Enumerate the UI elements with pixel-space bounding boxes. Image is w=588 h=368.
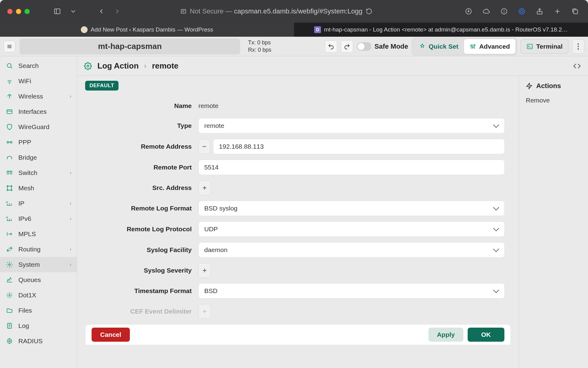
safe-mode-toggle[interactable] bbox=[357, 42, 371, 51]
advanced-label: Advanced bbox=[479, 43, 510, 50]
close-window-button[interactable] bbox=[7, 9, 13, 14]
antenna-icon bbox=[6, 93, 13, 100]
apply-button[interactable]: Apply bbox=[428, 328, 463, 342]
new-tab-icon[interactable] bbox=[552, 6, 563, 17]
mesh-icon bbox=[6, 185, 13, 191]
cancel-button[interactable]: Cancel bbox=[92, 328, 130, 342]
svg-point-9 bbox=[519, 9, 525, 14]
sidebar-item-label: RADIUS bbox=[18, 337, 43, 345]
sidebar-item-bridge[interactable]: Bridge bbox=[0, 150, 77, 165]
advanced-button[interactable]: Advanced bbox=[464, 39, 515, 54]
sidebar-item-files[interactable]: Files bbox=[0, 303, 77, 318]
sidebar-item-radius[interactable]: RADIUS bbox=[0, 333, 77, 349]
privacy-report-icon[interactable] bbox=[499, 6, 510, 17]
tab-overview-dropdown-icon[interactable] bbox=[68, 6, 79, 17]
menu-toggle-button[interactable] bbox=[4, 41, 15, 52]
browser-tab-routeros[interactable]: D mt-hap-capsman - Log Action <remote> a… bbox=[294, 23, 588, 37]
traffic-stats: Tx: 0 bps Rx: 0 bps bbox=[248, 39, 271, 54]
more-menu-button[interactable] bbox=[572, 39, 584, 54]
remove-action[interactable]: Remove bbox=[526, 97, 581, 104]
ok-button[interactable]: OK bbox=[468, 328, 504, 342]
sidebar-item-interfaces[interactable]: Interfaces bbox=[0, 104, 77, 119]
type-select[interactable]: remote bbox=[198, 118, 505, 133]
sidebar-item-switch[interactable]: Switch› bbox=[0, 165, 77, 180]
remote-log-format-select[interactable]: BSD syslog bbox=[198, 201, 505, 216]
add-syslog-severity-button[interactable]: + bbox=[198, 263, 211, 278]
safe-mode-label: Safe Mode bbox=[375, 43, 408, 50]
forward-button[interactable] bbox=[112, 6, 123, 17]
sidebar-item-label: Switch bbox=[18, 169, 37, 177]
actions-title: Actions bbox=[536, 82, 561, 90]
svg-point-28 bbox=[578, 48, 579, 49]
breadcrumb-main[interactable]: Log Action bbox=[97, 61, 139, 71]
remove-address-button[interactable]: − bbox=[198, 139, 210, 154]
sidebar-item-label: Log bbox=[18, 322, 29, 329]
code-view-icon[interactable] bbox=[573, 62, 581, 70]
extension-icon[interactable] bbox=[516, 6, 527, 17]
ip-icon: v4 bbox=[6, 200, 13, 206]
sidebar-item-log[interactable]: Log bbox=[0, 318, 77, 333]
remote-port-label: Remote Port bbox=[85, 164, 198, 171]
sidebar-item-routing[interactable]: Routing› bbox=[0, 242, 77, 257]
device-identity[interactable]: mt-hap-capsman bbox=[20, 39, 240, 54]
svg-text:v6: v6 bbox=[6, 216, 8, 218]
routing-icon bbox=[6, 246, 13, 253]
actions-panel: Actions Remove bbox=[519, 76, 588, 368]
svg-point-46 bbox=[11, 190, 12, 191]
chevron-right-icon: › bbox=[70, 216, 71, 221]
svg-point-63 bbox=[7, 339, 12, 344]
svg-rect-24 bbox=[527, 44, 533, 49]
browser-tab-wordpress[interactable]: Add New Post ‹ Kaspars Dambis — WordPres… bbox=[0, 23, 294, 37]
shield-icon bbox=[6, 124, 13, 130]
sidebar-item-system[interactable]: System› bbox=[0, 257, 77, 272]
sidebar-item-ip[interactable]: v4IP› bbox=[0, 196, 77, 211]
sidebar-item-mpls[interactable]: MPLS bbox=[0, 226, 77, 242]
sidebar-item-wireless[interactable]: Wireless› bbox=[0, 89, 77, 104]
tabs-overview-icon[interactable] bbox=[570, 6, 581, 17]
timestamp-format-select[interactable]: BSD bbox=[198, 283, 505, 299]
remote-port-input[interactable]: 5514 bbox=[198, 160, 505, 175]
sidebar-item-wireguard[interactable]: WireGuard bbox=[0, 119, 77, 135]
syslog-facility-select[interactable]: daemon bbox=[198, 242, 505, 258]
wifi-icon bbox=[6, 78, 13, 84]
cloud-icon[interactable] bbox=[481, 6, 492, 17]
back-button[interactable] bbox=[96, 6, 107, 17]
gear-icon bbox=[6, 261, 13, 268]
sidebar-item-ppp[interactable]: PPP bbox=[0, 135, 77, 150]
quick-set-button[interactable]: Quick Set bbox=[413, 39, 464, 54]
svg-marker-67 bbox=[527, 83, 532, 89]
sidebar-item-dot1x[interactable]: Dot1X bbox=[0, 288, 77, 303]
sidebar-item-label: Dot1X bbox=[18, 292, 36, 299]
type-label: Type bbox=[85, 122, 198, 129]
address-bar[interactable]: Not Secure — capsman.e5.damb.is/webfig/#… bbox=[161, 7, 391, 15]
remote-log-protocol-value: UDP bbox=[204, 225, 218, 233]
quick-set-label: Quick Set bbox=[429, 43, 458, 50]
cef-event-delimiter-label: CEF Event Delimiter bbox=[85, 308, 198, 315]
gear-icon bbox=[84, 62, 92, 70]
remote-address-input[interactable]: 192.168.88.113 bbox=[213, 139, 505, 154]
reader-mode-icon[interactable] bbox=[180, 8, 187, 15]
svg-point-21 bbox=[470, 45, 472, 46]
sidebar-item-queues[interactable]: Queues bbox=[0, 272, 77, 288]
sidebar-item-search[interactable]: Search bbox=[0, 58, 77, 73]
redo-button[interactable] bbox=[341, 40, 353, 53]
sidebar-item-ipv6[interactable]: v6IPv6› bbox=[0, 211, 77, 226]
url-text: capsman.e5.damb.is/webfig/#System:Logg bbox=[234, 7, 362, 15]
syslog-facility-label: Syslog Facility bbox=[85, 246, 198, 254]
remote-log-protocol-select[interactable]: UDP bbox=[198, 221, 505, 237]
sidebar-item-mesh[interactable]: Mesh bbox=[0, 180, 77, 196]
undo-button[interactable] bbox=[325, 40, 337, 53]
sidebar-item-wifi[interactable]: WiFi bbox=[0, 73, 77, 89]
share-icon[interactable] bbox=[534, 6, 545, 17]
reload-icon[interactable] bbox=[366, 8, 372, 15]
svg-point-32 bbox=[9, 95, 10, 95]
minimize-window-button[interactable] bbox=[16, 9, 21, 14]
breadcrumb: Log Action › remote bbox=[77, 56, 588, 76]
terminal-button[interactable]: Terminal bbox=[521, 39, 568, 54]
sidebar-toggle-icon[interactable] bbox=[52, 6, 63, 17]
downloads-icon[interactable] bbox=[463, 6, 474, 17]
add-src-address-button[interactable]: + bbox=[198, 180, 211, 195]
syslog-facility-value: daemon bbox=[204, 246, 228, 254]
app-header: mt-hap-capsman Tx: 0 bps Rx: 0 bps Safe … bbox=[0, 37, 588, 56]
maximize-window-button[interactable] bbox=[24, 9, 30, 14]
